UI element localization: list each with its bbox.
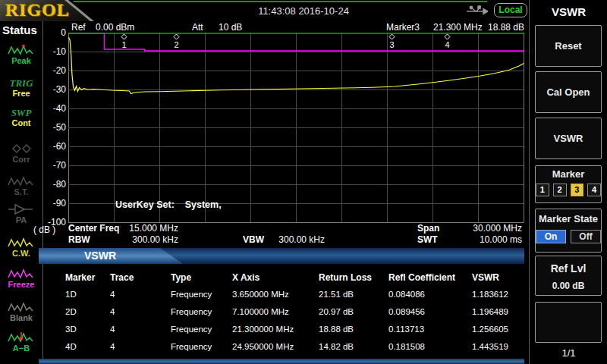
ref-lvl-label: Ref Lvl (536, 262, 601, 275)
marker-select-label: Marker (536, 168, 601, 180)
status-item-corr: Corr (0, 143, 42, 164)
status-item-st: S.T. (0, 175, 42, 196)
bottom-accent-strip (39, 359, 524, 364)
table-cell: 20.97 dB (319, 307, 354, 316)
marker-number-2: 2 (174, 40, 178, 49)
ref-lvl-value: 0.00 dB (536, 281, 601, 291)
marker-state-button[interactable]: Marker State On Off (535, 209, 602, 253)
table-cell: 21.51 dB (319, 290, 354, 299)
spectrum-plot: 1234 (68, 33, 524, 223)
userkey-message: UserKey Set: System, (115, 199, 222, 210)
att-value: 10 dB (219, 22, 242, 33)
table-cell: 0.084086 (388, 290, 425, 299)
cal-open-button[interactable]: Cal Open (535, 71, 602, 113)
marker-diamond-2 (174, 34, 179, 39)
span-value: 30.000 MHz (454, 223, 522, 234)
table-cell: 3.650000 MHz (232, 290, 289, 299)
marker-readout-freq: 21.300 MHz (433, 22, 483, 33)
status-item-a-b: A−B (0, 331, 42, 353)
rbw-value: 300.00 kHz (114, 234, 178, 245)
cw-wave-icon (0, 237, 42, 249)
marker-option-4[interactable]: 4 (587, 184, 601, 196)
blank-wave-icon (0, 301, 42, 314)
table-cell: 4 (110, 342, 115, 351)
table-cell: 1.443519 (472, 342, 508, 351)
marker-option-3[interactable]: 3 (571, 184, 584, 196)
status-item-label: Freeze (0, 281, 42, 289)
status-item-label: C.W. (0, 249, 42, 258)
top-bar: RIGOL 11:43:08 2016-10-24 Local (0, 0, 529, 21)
center-freq-value: 15.000 MHz (114, 223, 178, 234)
vbw-value: 300.00 kHz (260, 234, 325, 245)
marker-number-3: 3 (389, 40, 394, 49)
table-cell: 7.100000 MHz (232, 307, 289, 316)
table-cell: 1.183612 (472, 290, 508, 299)
y-tick-label: -90 (42, 198, 66, 209)
status-item-label: Blank (0, 314, 42, 322)
status-item-cw: C.W. (0, 237, 42, 258)
datetime-label: 11:43:08 2016-10-24 (220, 5, 387, 17)
freeze-wave-icon (0, 268, 42, 281)
table-cell: 3D (65, 325, 77, 334)
usb-icon (465, 5, 488, 20)
y-tick-label: -10 (42, 46, 66, 57)
table-cell: Frequency (171, 290, 212, 299)
table-cell: 14.82 dB (319, 342, 354, 351)
table-cell: Frequency (171, 342, 212, 351)
y-tick-label: -30 (42, 84, 66, 95)
y-tick-label: -70 (42, 160, 66, 171)
status-item-freeze: Freeze (0, 268, 42, 289)
table-cell: 0.113713 (388, 325, 424, 334)
vswr-button[interactable]: VSWR (535, 118, 602, 159)
table-header-cell: Return Loss (319, 272, 372, 283)
local-remote-badge: Local (494, 3, 527, 17)
y-tick-label: -80 (42, 179, 66, 190)
center-freq-label: Center Freq (68, 223, 119, 234)
st-wave-icon (0, 175, 42, 188)
blank-softkey[interactable] (535, 302, 602, 343)
swt-value: 10.000 ms (454, 234, 522, 245)
status-item-label: Cont (0, 119, 42, 127)
status-item-label: Peak (0, 57, 42, 65)
marker-option-1[interactable]: 1 (536, 184, 549, 196)
table-cell: 21.300000 MHz (232, 325, 294, 334)
span-label: Span (417, 223, 439, 234)
y-tick-label: -50 (42, 122, 66, 133)
ref-value: 0.00 dBm (96, 22, 134, 33)
status-item-pa: PA (0, 203, 42, 224)
status-sidebar: Status PeakTRIGFreeSWPContCorrS.T.PAC.W.… (0, 21, 43, 364)
softkey-panel: VSWR Reset Cal Open VSWR Marker 1234 Mar… (529, 0, 607, 364)
status-item-label: Free (0, 89, 42, 98)
att-label: Att (192, 22, 203, 33)
marker-option-2[interactable]: 2 (553, 184, 567, 196)
table-cell: 0.089456 (388, 307, 425, 316)
marker-number-4: 4 (445, 40, 449, 49)
vswr-table-titlebar: VSWR (39, 248, 524, 264)
status-item-label: PA (0, 216, 42, 224)
table-cell: 18.88 dB (319, 325, 354, 334)
swt-label: SWT (417, 234, 438, 245)
table-header-cell: Marker (65, 272, 95, 283)
rbw-label: RBW (68, 234, 90, 245)
status-item-label: A−B (0, 344, 42, 353)
y-tick-label: -40 (42, 103, 66, 114)
marker-state-off-button[interactable]: Off (571, 230, 601, 243)
marker-select-button[interactable]: Marker 1234 (535, 165, 602, 203)
peak-wave-icon (0, 44, 42, 57)
cal-open-button-label: Cal Open (546, 86, 590, 98)
table-cell: 1.256605 (472, 325, 508, 334)
table-header-cell: Refl Coefficient (388, 272, 455, 283)
reset-button[interactable]: Reset (535, 25, 602, 67)
status-item-trigger: TRIGFree (0, 77, 42, 98)
status-item-peak: Peak (0, 44, 42, 65)
marker-readout-amp: 18.88 dB (488, 22, 524, 33)
ref-lvl-button[interactable]: Ref Lvl 0.00 dB (535, 256, 602, 296)
table-header-cell: Type (171, 272, 191, 283)
vswr-button-label: VSWR (554, 133, 583, 144)
table-header-cell: Trace (110, 272, 134, 283)
marker-state-on-button[interactable]: On (536, 230, 566, 243)
table-cell: 0.181508 (388, 342, 425, 351)
table-cell: 4 (110, 307, 115, 316)
swp-text-icon: SWP (0, 106, 42, 119)
status-item-sweep: SWPCont (0, 106, 42, 127)
